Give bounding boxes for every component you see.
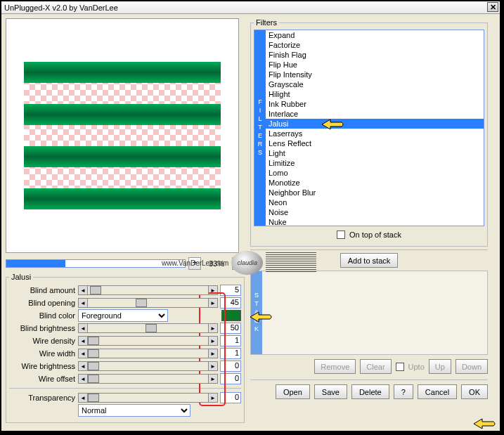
- blind-opening-label: Blind opening: [9, 299, 78, 307]
- blind-opening-slider[interactable]: ◄►: [78, 298, 218, 308]
- wire-width-label: Wire width: [9, 349, 78, 358]
- filter-item[interactable]: Monotize: [266, 178, 484, 188]
- wire-width-value[interactable]: 1: [220, 348, 241, 359]
- blind-brightness-slider[interactable]: ◄►: [78, 323, 218, 333]
- clear-button[interactable]: Clear: [360, 359, 391, 374]
- params-legend: Jalusi: [9, 273, 33, 281]
- filters-group: Filters FILTERS ExpandFactorizeFinish Fl…: [250, 18, 488, 247]
- upto-label: Upto: [408, 363, 425, 371]
- filter-item[interactable]: Neon: [266, 197, 484, 207]
- stack-tab[interactable]: STACK: [251, 271, 262, 354]
- window-title: UnPlugged-X v2.0 by VanDerLee: [4, 4, 118, 12]
- filters-tab[interactable]: FILTERS: [254, 30, 266, 226]
- filters-list[interactable]: ExpandFactorizeFinish FlagFlip HueFlip I…: [266, 30, 484, 226]
- transparency-value[interactable]: 0: [220, 392, 241, 403]
- blind-brightness-label: Blind brightness: [9, 324, 78, 332]
- blind-color-label: Blind color: [9, 311, 78, 320]
- preview-frame: [6, 18, 239, 253]
- filter-item[interactable]: Factorize: [266, 40, 484, 50]
- remove-button[interactable]: Remove: [314, 359, 356, 374]
- filter-item[interactable]: Jalusi: [266, 119, 484, 129]
- filter-item[interactable]: Limitize: [266, 158, 484, 168]
- blind-amount-value[interactable]: 5: [220, 285, 241, 296]
- wire-offset-value[interactable]: 0: [220, 373, 241, 384]
- wire-offset-slider[interactable]: ◄►: [78, 374, 218, 384]
- blend-mode-select[interactable]: Normal: [78, 404, 190, 417]
- filter-item[interactable]: Finish Flag: [266, 50, 484, 60]
- ontop-label: On top of stack: [349, 231, 401, 239]
- wire-offset-label: Wire offset: [9, 375, 78, 383]
- stack-list[interactable]: [262, 271, 487, 354]
- save-button[interactable]: Save: [314, 384, 347, 399]
- filter-item[interactable]: Flip Intensity: [266, 70, 484, 79]
- transparency-label: Transparency: [9, 394, 78, 402]
- add-to-stack-button[interactable]: Add to stack: [340, 253, 399, 268]
- zoom-bar[interactable]: [6, 259, 186, 268]
- filter-item[interactable]: Laserrays: [266, 129, 484, 138]
- params-group: Jalusi Blind amount ◄► 5 Blind opening ◄…: [6, 273, 245, 423]
- blind-amount-slider[interactable]: ◄►: [78, 285, 218, 295]
- filter-item[interactable]: Grayscale: [266, 79, 484, 89]
- wire-brightness-slider[interactable]: ◄►: [78, 361, 218, 371]
- open-button[interactable]: Open: [276, 384, 310, 399]
- filter-item[interactable]: Nuke: [266, 217, 484, 226]
- filter-item[interactable]: Lomo: [266, 168, 484, 178]
- blind-amount-label: Blind amount: [9, 286, 78, 294]
- wire-brightness-value[interactable]: 0: [220, 361, 241, 372]
- wire-density-value[interactable]: 1: [220, 335, 241, 346]
- blind-color-swatch[interactable]: [221, 310, 241, 321]
- filter-item[interactable]: Light: [266, 148, 484, 158]
- filter-item[interactable]: Hilight: [266, 89, 484, 99]
- upto-checkbox[interactable]: [396, 363, 404, 371]
- filter-item[interactable]: Neighbor Blur: [266, 188, 484, 197]
- titlebar: UnPlugged-X v2.0 by VanDerLee ✕: [1, 1, 500, 14]
- blind-color-select[interactable]: Foreground: [78, 309, 168, 322]
- vendor-logo: www.VanDerLee.com claudia: [162, 250, 316, 275]
- preview-image: [24, 62, 221, 209]
- filter-item[interactable]: Expand: [266, 30, 484, 40]
- ontop-checkbox[interactable]: [337, 231, 345, 239]
- transparency-slider[interactable]: ◄►: [78, 393, 218, 403]
- wire-density-slider[interactable]: ◄►: [78, 336, 218, 346]
- filter-item[interactable]: Interlace: [266, 109, 484, 119]
- blind-brightness-value[interactable]: 50: [220, 323, 241, 334]
- filter-item[interactable]: Noise: [266, 207, 484, 217]
- filter-item[interactable]: Ink Rubber: [266, 99, 484, 109]
- wire-width-slider[interactable]: ◄►: [78, 349, 218, 358]
- wire-brightness-label: Wire brightness: [9, 362, 78, 370]
- down-button[interactable]: Down: [455, 359, 488, 374]
- help-button[interactable]: ?: [394, 384, 413, 399]
- blind-opening-value[interactable]: 45: [220, 297, 241, 309]
- filters-legend: Filters: [254, 18, 279, 27]
- cancel-button[interactable]: Cancel: [418, 384, 457, 399]
- ok-button[interactable]: OK: [461, 384, 488, 399]
- delete-button[interactable]: Delete: [351, 384, 389, 399]
- filter-item[interactable]: Flip Hue: [266, 60, 484, 70]
- up-button[interactable]: Up: [429, 359, 451, 374]
- close-button[interactable]: ✕: [487, 2, 498, 12]
- filter-item[interactable]: Lens Reflect: [266, 138, 484, 148]
- wire-density-label: Wire density: [9, 337, 78, 345]
